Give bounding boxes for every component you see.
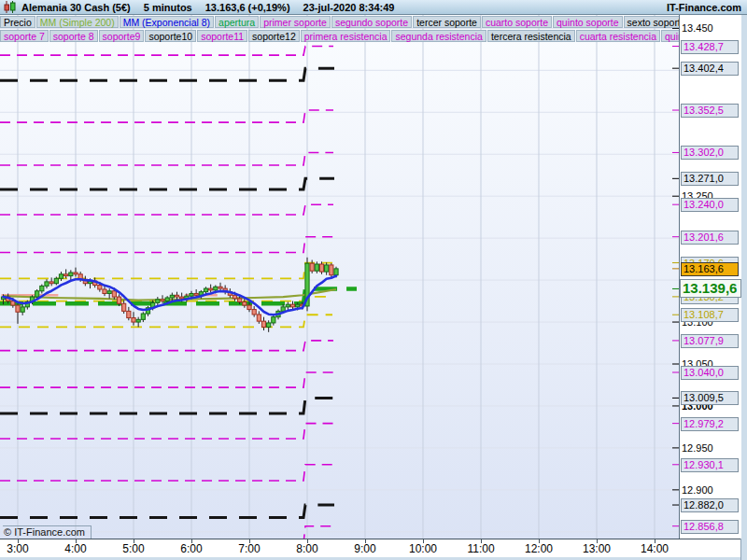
instrument-name: Alemania 30 Cash (5€) (21, 2, 131, 13)
time-axis[interactable]: 3:004:005:006:007:008:009:0010:0011:0012… (0, 539, 740, 557)
time-axis-label: 10:00 (402, 542, 444, 555)
timeframe-label: 5 minutos (144, 2, 192, 13)
legend-chip-r1-4[interactable]: primer soporte (260, 16, 331, 28)
legend-chip-r1-3[interactable]: apertura (215, 16, 259, 28)
candlestick-icon (3, 1, 17, 13)
time-axis-label: 5:00 (113, 542, 154, 555)
chart-canvas[interactable] (0, 15, 679, 539)
legend-chip-r2-7[interactable]: segunda resistencia (391, 30, 486, 42)
legend-chip-r1-0[interactable]: Precio (0, 16, 35, 28)
price-level-label: 12.930,1 (681, 458, 739, 472)
last-price-change: 13.163,6 (+0,19%) (205, 2, 290, 13)
legend-chip-r2-3[interactable]: soporte10 (145, 30, 196, 42)
time-axis-label: 14:00 (634, 542, 675, 555)
legend-chip-r1-6[interactable]: tercer soporte (413, 16, 481, 28)
time-axis-label: 11:00 (460, 542, 501, 555)
time-axis-label: 7:00 (229, 542, 270, 555)
legend-chip-r1-8[interactable]: quinto soporte (553, 16, 623, 28)
price-tick-label: 13.450 (682, 22, 713, 35)
legend-chip-r1-2[interactable]: MM (Exponencial 8) (120, 16, 214, 28)
price-level-label: 13.009,5 (681, 391, 739, 405)
time-axis-label: 6:00 (171, 542, 212, 555)
right-frame-strip (740, 15, 747, 560)
price-chart-plot-area[interactable] (0, 15, 679, 539)
legend-chip-r2-5[interactable]: soporte12 (248, 30, 300, 42)
price-tick-label: 12.950 (682, 442, 713, 455)
time-axis-label: 3:00 (0, 542, 38, 555)
price-level-label: 13.402,4 (681, 62, 739, 76)
price-tick-label: 12.900 (682, 484, 713, 497)
legend-chip-r2-6[interactable]: primera resistencia (301, 30, 391, 42)
price-level-label: 13.240,0 (681, 198, 739, 212)
current-price-label: 13.163,6 (681, 262, 739, 276)
price-level-label: 13.302,0 (681, 146, 739, 160)
legend-chip-r2-4[interactable]: soporte11 (197, 30, 247, 42)
legend-chip-r1-9[interactable]: sexto soporte (624, 16, 679, 28)
legend-chip-r2-8[interactable]: tercera resistencia (487, 30, 575, 42)
time-axis-label: 13:00 (576, 542, 617, 555)
copyright-label: © IT-Finance.com (3, 525, 92, 539)
price-level-label: 12.979,2 (681, 417, 739, 431)
price-level-label: 13.077,9 (681, 334, 739, 348)
legend-chip-r2-0[interactable]: soporte 7 (0, 30, 49, 42)
price-level-label: 13.271,0 (681, 172, 739, 186)
legend-chip-r1-1[interactable]: MM (Simple 200) (36, 16, 119, 28)
brand-label: IT-Finance.com (667, 2, 741, 13)
title-bar: Alemania 30 Cash (5€) 5 minutos 13.163,6… (0, 0, 747, 15)
legend-chip-r2-1[interactable]: soporte 8 (49, 30, 98, 42)
open-price-label: 13.139,6 (680, 279, 741, 298)
legend-chip-r1-5[interactable]: segundo soporte (331, 16, 412, 28)
price-level-label: 13.428,7 (681, 40, 739, 54)
legend-chip-r2-2[interactable]: soporte9 (99, 30, 145, 42)
datetime-label: 23-jul-2020 8:34:49 (303, 2, 395, 13)
price-level-label: 13.040,0 (681, 366, 739, 380)
legend-chip-r2-10[interactable]: quinta resistencia (661, 30, 679, 42)
indicator-legend-row-1: PrecioMM (Simple 200)MM (Exponencial 8)a… (0, 16, 679, 30)
price-axis[interactable]: 13.45013.25013.10013.05013.00012.95012.9… (679, 15, 741, 539)
legend-chip-r1-7[interactable]: cuarto soporte (482, 16, 552, 28)
price-level-label: 12.882,0 (681, 498, 739, 512)
chart-background (0, 15, 679, 539)
price-level-label: 13.201,6 (681, 231, 739, 245)
price-level-label: 13.352,5 (681, 104, 739, 118)
time-axis-label: 9:00 (345, 542, 386, 555)
time-axis-label: 8:00 (287, 542, 328, 555)
price-level-label: 12.856,8 (681, 520, 739, 534)
indicator-legend-row-2: soporte 7soporte 8soporte9soporte10sopor… (0, 30, 679, 44)
price-level-label: 13.108,7 (681, 308, 739, 322)
time-axis-label: 12:00 (518, 542, 559, 555)
legend-chip-r2-9[interactable]: cuarta resistencia (576, 30, 660, 42)
time-axis-label: 4:00 (55, 542, 96, 555)
